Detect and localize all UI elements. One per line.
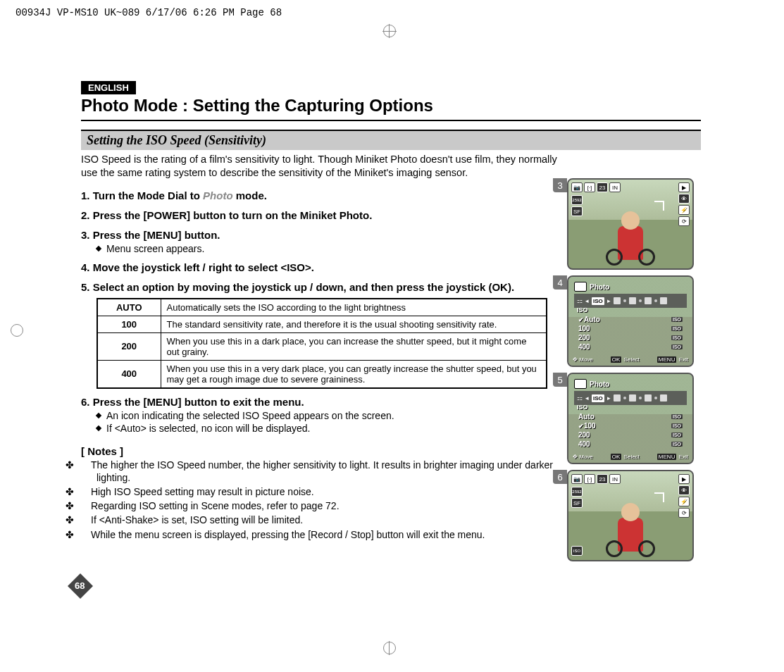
eye-icon: 👁 — [678, 485, 690, 495]
page-number-badge: 68 — [68, 573, 93, 599]
flash-icon — [645, 297, 652, 304]
intro-text: ISO Speed is the rating of a film's sens… — [81, 153, 560, 180]
iso-key-200: 200 — [97, 332, 161, 360]
iso-desc-200: When you use this in a dark place, you c… — [161, 332, 547, 360]
menu-tab-row: ⚏◂ ISO ▸ — [574, 294, 687, 308]
iso-indicator-icon: ISO — [571, 546, 583, 556]
menu-list: AutoISO ✔100ISO 200ISO 400ISO — [577, 412, 684, 449]
play-icon: ▶ — [678, 474, 690, 484]
play-icon: ▶ — [678, 182, 690, 192]
camera-icon: 📷 — [571, 182, 583, 192]
step-6-sub1-text: An icon indicating the selected ISO Spee… — [106, 410, 394, 421]
menu-item-auto: ✔AutoISO — [577, 315, 684, 324]
step-6: 6. Press the [MENU] button to exit the m… — [81, 396, 304, 408]
print-header: 00934J VP-MS10 UK~089 6/17/06 6:26 PM Pa… — [15, 7, 282, 18]
table-row: AUTOAutomatically sets the ISO according… — [97, 299, 547, 316]
step-3: 3. Press the [MENU] button. — [81, 229, 220, 241]
table-row: 100The standard sensitivity rate, and th… — [97, 316, 547, 332]
note-item: ✤The higher the ISO Speed number, the hi… — [81, 459, 560, 484]
diamond-icon — [96, 425, 101, 430]
menu-title: Photo — [590, 380, 609, 388]
menu-tab-iso: ISO — [592, 394, 604, 402]
table-row: 200When you use this in a dark place, yo… — [97, 332, 547, 360]
crop-mark-icon — [383, 642, 396, 654]
focus-icon: [·] — [584, 474, 595, 484]
camera-icon — [574, 282, 587, 292]
flash-icon — [645, 394, 652, 402]
step-3-sub-text: Menu screen appears. — [106, 243, 204, 254]
flash-off-icon: ⚡̸ — [678, 497, 690, 506]
step-2: 2. Press the [POWER] button to turn on t… — [81, 209, 372, 221]
crop-mark-icon — [11, 324, 23, 337]
wb-icon — [614, 394, 621, 402]
menu-item-200: 200ISO — [577, 333, 684, 342]
language-tag: ENGLISH — [81, 81, 136, 94]
note-text: If <Anti-Shake> is set, ISO setting will… — [91, 514, 303, 525]
section-subtitle: Setting the ISO Speed (Sensitivity) — [81, 130, 701, 150]
table-row: 400When you use this in a very dark plac… — [97, 360, 547, 388]
step-3-sub: Menu screen appears. — [97, 243, 560, 254]
foot-exit: MENU Exit — [657, 356, 688, 363]
macro-icon — [629, 394, 636, 402]
step-4: 4. Move the joystick left / right to sel… — [81, 261, 314, 273]
iso-desc-100: The standard sensitivity rate, and there… — [161, 316, 547, 332]
screenshot-number-4: 4 — [553, 275, 567, 290]
shots-remaining: 23 — [597, 182, 608, 192]
drive-icon — [660, 394, 667, 402]
menu-tab-row: ⚏◂ ISO ▸ — [574, 391, 687, 405]
screenshot-number-3: 3 — [553, 178, 567, 192]
step-1: 1. Turn the Mode Dial to Photo mode. — [81, 189, 267, 201]
eye-icon: 👁 — [678, 194, 690, 204]
focus-icon: [·] — [584, 182, 595, 192]
iso-key-auto: AUTO — [97, 299, 161, 316]
iso-desc-400: When you use this in a very dark place, … — [161, 360, 547, 388]
foot-select: OK Select — [611, 454, 640, 460]
diamond-icon — [96, 412, 101, 418]
step-5: 5. Select an option by moving the joysti… — [81, 281, 514, 293]
step-1-pre: 1. Turn the Mode Dial to — [81, 189, 203, 201]
macro-icon — [629, 297, 636, 304]
iso-key-400: 400 — [97, 360, 161, 388]
menu-item-400: 400ISO — [577, 342, 684, 351]
note-text: Regarding ISO setting in Scene modes, re… — [91, 500, 340, 511]
menu-sublabel: ISO — [577, 306, 588, 313]
camera-icon — [574, 379, 587, 389]
iso-table: AUTOAutomatically sets the ISO according… — [97, 298, 547, 389]
step-6-sub1: An icon indicating the selected ISO Spee… — [97, 410, 560, 421]
screenshot-number-6: 6 — [553, 470, 567, 484]
menu-item-200: 200ISO — [577, 430, 684, 440]
timer-icon: ⟳ — [678, 216, 690, 226]
note-item: ✤High ISO Speed setting may result in pi… — [81, 485, 560, 498]
screenshot-3: 📷 [·] 23 IN ▶ 👁 ⚡̸ ⟳ 2592 SF — [567, 178, 694, 270]
screenshot-6: 📷 [·] 23 IN ▶ 👁 ⚡̸ ⟳ 2592 SF — [567, 470, 694, 561]
screenshot-4: Photo ⚏◂ ISO ▸ ISO ✔AutoISO 100ISO 200IS… — [567, 275, 694, 367]
memory-icon: IN — [609, 182, 621, 192]
step-6-sub2-text: If <Auto> is selected, no icon will be d… — [106, 423, 311, 434]
note-text: High ISO Speed setting may result in pic… — [91, 486, 314, 497]
step-6-sub2: If <Auto> is selected, no icon will be d… — [97, 423, 560, 434]
foot-move: ✥ Move — [573, 454, 593, 460]
menu-item-400: 400ISO — [577, 440, 684, 449]
note-text: While the menu screen is displayed, pres… — [91, 529, 485, 540]
camera-icon: 📷 — [571, 474, 583, 484]
iso-desc-auto: Automatically sets the ISO according to … — [161, 299, 547, 316]
menu-item-100: 100ISO — [577, 324, 684, 333]
menu-sublabel: ISO — [577, 404, 588, 411]
menu-tab-iso: ISO — [592, 297, 604, 305]
note-item: ✤Regarding ISO setting in Scene modes, r… — [81, 499, 560, 512]
note-text: The higher the ISO Speed number, the hig… — [91, 459, 553, 483]
iso-key-100: 100 — [97, 316, 161, 332]
screenshot-5: Photo ⚏◂ ISO ▸ ISO AutoISO ✔100ISO 200IS… — [567, 373, 694, 464]
flash-off-icon: ⚡̸ — [678, 205, 690, 215]
crop-mark-icon — [383, 25, 396, 37]
menu-list: ✔AutoISO 100ISO 200ISO 400ISO — [577, 315, 684, 351]
menu-item-100: ✔100ISO — [577, 421, 684, 430]
menu-item-auto: AutoISO — [577, 412, 684, 421]
note-item: ✤While the menu screen is displayed, pre… — [81, 528, 560, 541]
wb-icon — [614, 297, 621, 304]
screenshot-number-5: 5 — [553, 373, 567, 387]
screenshot-column: 3 📷 [·] 23 IN ▶ 👁 ⚡̸ ⟳ — [567, 178, 701, 567]
diamond-icon — [96, 245, 101, 251]
note-item: ✤If <Anti-Shake> is set, ISO setting wil… — [81, 514, 560, 526]
memory-icon: IN — [609, 474, 621, 484]
